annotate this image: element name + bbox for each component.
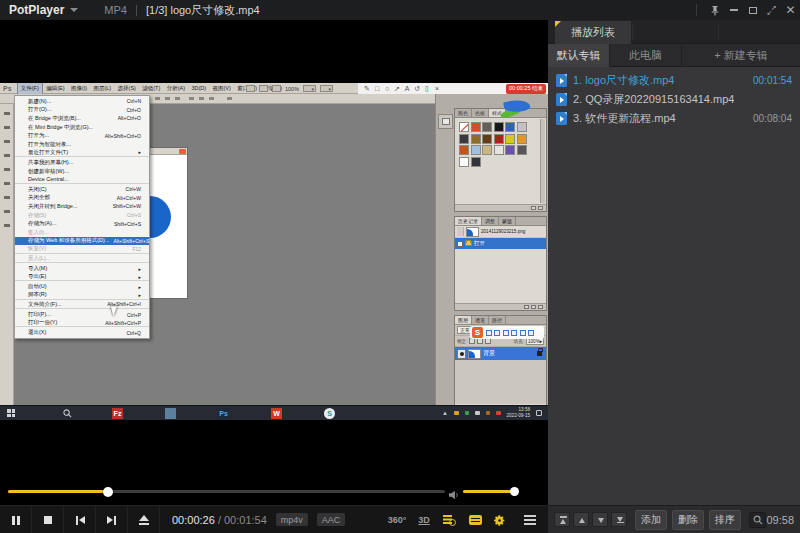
- previous-button[interactable]: [64, 506, 96, 533]
- seek-row: [0, 484, 548, 498]
- ps-app-bar: 100% ▾ ▾: [246, 84, 333, 93]
- move-down-button[interactable]: [592, 512, 608, 527]
- menu-item-label: 关闭(C): [28, 186, 47, 193]
- close-button[interactable]: ✕: [781, 0, 800, 20]
- annotation-tool-icon: ○: [382, 85, 392, 93]
- fullscreen-button[interactable]: ↗↙: [762, 0, 781, 20]
- move-up-button[interactable]: [573, 512, 589, 527]
- snapshot-filename: 20141129023215.png: [481, 229, 525, 234]
- stop-button[interactable]: [32, 506, 64, 533]
- annotation-tool-icon: ✎: [362, 85, 372, 93]
- menu-item-shortcut: F12: [132, 246, 141, 252]
- style-swatch: [471, 145, 481, 155]
- decorative-marks: [155, 97, 160, 100]
- ps-file-menu-item: 恢复(V) F12: [15, 245, 149, 254]
- maximize-button[interactable]: [743, 0, 762, 20]
- move-to-top-button[interactable]: [554, 512, 570, 527]
- menu-item-label: 导出(E): [28, 273, 46, 280]
- next-button[interactable]: [96, 506, 128, 533]
- ps-file-menu-item: 创建新审核(W)...: [15, 167, 149, 176]
- move-to-bottom-button[interactable]: [611, 512, 627, 527]
- menu-item-label: 打印(P)...: [28, 311, 51, 318]
- style-swatch: [517, 122, 527, 132]
- minimize-button[interactable]: [724, 0, 743, 20]
- ps-menu-item: 选择(S): [114, 83, 139, 94]
- media-file-icon: [556, 74, 567, 87]
- vr-360-button[interactable]: 360°: [384, 506, 410, 533]
- tab-playlist[interactable]: 播放列表: [555, 21, 631, 44]
- volume-slider[interactable]: [463, 490, 515, 493]
- album-tab[interactable]: 此电脑: [610, 44, 682, 67]
- ps-file-menu-item: 签入(I)...: [15, 228, 149, 237]
- menu-item-shortcut: Ctrl+O: [126, 107, 141, 113]
- sort-button[interactable]: 排序: [709, 510, 741, 530]
- recorder-region-icon: [520, 330, 526, 336]
- system-tray: ▲ 13:582022-09-15: [442, 407, 542, 419]
- seek-progress[interactable]: [8, 490, 109, 493]
- ps-file-menu-item: 关闭并转到 Bridge... Shift+Ctrl+W: [15, 202, 149, 211]
- playlist-item-duration: 00:01:54: [753, 75, 792, 86]
- playlist-item[interactable]: 1. logo尺寸修改.mp4 00:01:54: [548, 71, 800, 90]
- recorder-watermark-logo: [498, 99, 532, 121]
- menu-item-label: 自动(U): [28, 283, 47, 290]
- album-tab[interactable]: 默认专辑: [548, 44, 610, 67]
- video-area[interactable]: Ps 文件(F)编辑(E)图像(I)图层(L)选择(S)滤镜(T)分析(A)3D…: [0, 20, 548, 533]
- format-badge: MP4: [104, 4, 127, 16]
- menu-item-label: 关闭全部: [28, 194, 50, 201]
- pin-button[interactable]: [705, 0, 724, 20]
- 3d-button[interactable]: 3D: [414, 506, 434, 533]
- album-tab[interactable]: + 新建专辑: [682, 44, 800, 67]
- history-step-selected: 打开: [455, 238, 546, 249]
- seek-bar[interactable]: [8, 490, 445, 493]
- menu-item-label: Device Central...: [28, 176, 69, 182]
- ps-styles-panel: 颜色色板样式: [454, 108, 547, 212]
- recorder-logo: S: [472, 327, 483, 338]
- volume-icon[interactable]: [449, 486, 460, 504]
- menu-item-shortcut: Alt+Ctrl+W: [117, 195, 141, 201]
- ps-file-menu-item: 文件简介(F)... Alt+Shift+Ctrl+I: [15, 301, 149, 310]
- panel-tab: 历史记录: [455, 217, 482, 225]
- ps-file-menu-item: 关闭全部 Alt+Ctrl+W: [15, 194, 149, 203]
- volume-level[interactable]: [463, 490, 515, 493]
- menu-hamburger-icon[interactable]: [520, 506, 540, 533]
- panel-tab: 图层: [455, 316, 472, 324]
- taskbar-clock: 13:582022-09-15: [507, 407, 531, 419]
- subtitle-button[interactable]: [466, 506, 484, 533]
- menu-item-label: 恢复(V): [28, 245, 46, 252]
- ps-panel-dock: 颜色色板样式 历史记录调整蒙版 20141129023215.png 打开: [435, 94, 548, 420]
- titlebar: PotPlayer MP4 [1/3] logo尺寸修改.mp4 ↗↙ ✕: [0, 0, 800, 20]
- pause-button[interactable]: [0, 506, 32, 533]
- ps-file-menu-item: 置入(L)...: [15, 255, 149, 264]
- chevron-down-icon[interactable]: [70, 8, 78, 12]
- menu-item-label: 置入(L)...: [28, 255, 50, 262]
- style-swatch: [459, 122, 469, 132]
- annotation-tool-icon: ▯: [422, 85, 432, 93]
- video-windows-taskbar: FzPsWS ▲ 13:582022-09-15: [0, 405, 548, 420]
- layer-row-selected: 背景: [455, 347, 546, 360]
- playlist-search-button[interactable]: [440, 506, 458, 533]
- ps-file-menu-item: 存储(S) Ctrl+S: [15, 211, 149, 220]
- media-file-icon: [556, 93, 567, 106]
- playlist-toolbar: 添加 删除 排序 09:58: [548, 505, 800, 533]
- settings-gear-icon[interactable]: [490, 506, 508, 533]
- playlist-item[interactable]: 3. 软件更新流程.mp4 00:08:04: [548, 109, 800, 128]
- recording-timer-badge: 00:00:25 结束: [506, 84, 546, 94]
- recorder-camera-icon: [494, 330, 500, 336]
- menu-item-label: 关闭并转到 Bridge...: [28, 203, 78, 210]
- taskbar-app-icon: [165, 408, 176, 419]
- open-file-button[interactable]: [128, 506, 160, 533]
- collapsed-panel-icon: [438, 114, 453, 129]
- app-name[interactable]: PotPlayer: [9, 3, 64, 17]
- delete-button[interactable]: 删除: [672, 510, 704, 530]
- ps-file-menu-item: 最近打开文件(T) ▸: [15, 149, 149, 158]
- playlist-search-box[interactable]: [749, 512, 766, 528]
- playlist-item[interactable]: 2. QQ录屏20220915163414.mp4: [548, 90, 800, 109]
- ps-history-panel: 历史记录调整蒙版 20141129023215.png 打开: [454, 216, 547, 311]
- ps-file-menu-item: Device Central...: [15, 175, 149, 184]
- menu-item-label: 打开(O)...: [28, 106, 52, 113]
- style-swatch: [482, 122, 492, 132]
- menu-item-shortcut: Alt+Ctrl+O: [118, 115, 141, 121]
- add-button[interactable]: 添加: [635, 510, 667, 530]
- menu-item-label: 打开为智能对象...: [28, 141, 71, 148]
- style-swatch: [494, 145, 504, 155]
